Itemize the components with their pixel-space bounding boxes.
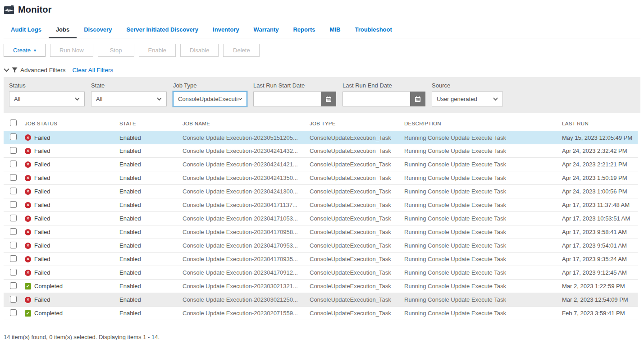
job-type-cell: ConsoleUpdateExecution_Task [310, 175, 404, 181]
items-summary: 14 item(s) found, 0 item(s) selected. Di… [4, 334, 640, 340]
table-row[interactable]: ✕ Failed Enabled Console Update Executio… [4, 144, 638, 158]
state-select[interactable]: All [91, 92, 167, 106]
column-header-description[interactable]: DESCRIPTION [404, 121, 562, 126]
collapse-chevron-down-icon[interactable] [4, 68, 9, 72]
last-run-start-date-input[interactable] [253, 92, 321, 106]
filter-label: Job Type [173, 82, 247, 89]
table-row[interactable]: ✕ Failed Enabled Console Update Executio… [4, 266, 638, 280]
job-type-cell: ConsoleUpdateExecution_Task [310, 147, 404, 154]
state-cell: Enabled [119, 161, 183, 168]
source-select[interactable]: User generated [432, 92, 503, 106]
job-type-select[interactable]: ConsoleUpdateExecution_Task [173, 92, 247, 106]
job-status-label: Completed [34, 283, 63, 289]
last-run-cell: Apr 17, 2023 10:53:51 AM [562, 215, 638, 222]
job-status-label: Failed [34, 175, 50, 181]
job-name-cell: Console Update Execution-202304170935... [183, 256, 310, 262]
tab-jobs[interactable]: Jobs [49, 22, 77, 38]
state-cell: Enabled [119, 296, 183, 303]
jobs-table-header: JOB STATUS STATE JOB NAME JOB TYPE DESCR… [4, 116, 638, 131]
advanced-filters-bar: Advanced Filters Clear All Filters [4, 67, 640, 74]
job-status-label: Completed [34, 310, 63, 317]
calendar-icon [325, 96, 332, 103]
tab-reports[interactable]: Reports [286, 22, 322, 38]
table-row[interactable]: ✕ Failed Enabled Console Update Executio… [4, 198, 638, 212]
table-row[interactable]: ✕ Failed Enabled Console Update Executio… [4, 158, 638, 171]
job-name-cell: Console Update Execution-202304170912... [183, 269, 310, 276]
job-status-cell: ✓ Completed [25, 310, 119, 317]
table-row[interactable]: ✕ Failed Enabled Console Update Executio… [4, 185, 638, 198]
table-row[interactable]: ✕ Failed Enabled Console Update Executio… [4, 225, 638, 239]
row-checkbox[interactable] [10, 296, 17, 303]
column-header-job-status[interactable]: JOB STATUS [25, 121, 119, 126]
job-name-cell: Console Update Execution-202303021321... [183, 283, 310, 289]
row-checkbox-cell [4, 269, 25, 277]
create-button[interactable]: Create▾ [4, 44, 46, 57]
job-status-label: Failed [34, 134, 50, 141]
filter-group-state: State All [91, 82, 167, 106]
page-title: Monitor [18, 5, 52, 15]
column-header-job-name[interactable]: JOB NAME [183, 121, 310, 126]
tab-server-initiated-discovery[interactable]: Server Initiated Discovery [119, 22, 206, 38]
state-cell: Enabled [119, 242, 183, 249]
tab-audit-logs[interactable]: Audit Logs [4, 22, 49, 38]
table-row[interactable]: ✓ Completed Enabled Console Update Execu… [4, 307, 638, 320]
tab-inventory[interactable]: Inventory [206, 22, 247, 38]
job-status-cell: ✕ Failed [25, 296, 119, 303]
run-now-button: Run Now [50, 44, 93, 57]
table-row[interactable]: ✓ Completed Enabled Console Update Execu… [4, 280, 638, 293]
failed-status-icon: ✕ [25, 148, 31, 154]
tab-mib[interactable]: MIB [323, 22, 348, 38]
table-row[interactable]: ✕ Failed Enabled Console Update Executio… [4, 293, 638, 307]
tab-discovery[interactable]: Discovery [77, 22, 119, 38]
row-checkbox[interactable] [10, 215, 17, 221]
row-checkbox[interactable] [10, 147, 17, 154]
row-checkbox[interactable] [10, 269, 17, 276]
table-row[interactable]: ✕ Failed Enabled Console Update Executio… [4, 212, 638, 225]
table-row[interactable]: ✕ Failed Enabled Console Update Executio… [4, 171, 638, 185]
job-name-cell: Console Update Execution-202304170953... [183, 242, 310, 249]
row-checkbox[interactable] [10, 309, 17, 316]
column-header-job-type[interactable]: JOB TYPE [310, 121, 404, 126]
row-checkbox[interactable] [10, 174, 17, 181]
filter-group-job-type: Job Type ConsoleUpdateExecution_Task [173, 82, 247, 106]
state-cell: Enabled [119, 188, 183, 195]
column-header-last-run[interactable]: LAST RUN [562, 121, 638, 126]
row-checkbox[interactable] [10, 282, 17, 289]
tab-troubleshoot[interactable]: Troubleshoot [347, 22, 399, 38]
description-cell: Running Console Update Execute Task [404, 242, 562, 249]
row-checkbox[interactable] [10, 188, 17, 194]
table-row[interactable]: ✕ Failed Enabled Console Update Executio… [4, 253, 638, 266]
table-row[interactable]: ✕ Failed Enabled Console Update Executio… [4, 131, 638, 144]
job-status-cell: ✕ Failed [25, 175, 119, 181]
filter-label: Status [9, 82, 85, 89]
last-run-cell: Apr 24, 2023 2:21:21 PM [562, 161, 638, 168]
last-run-end-date-input[interactable] [343, 92, 410, 106]
job-status-cell: ✕ Failed [25, 202, 119, 208]
calendar-button[interactable] [321, 92, 336, 106]
row-checkbox[interactable] [10, 133, 17, 140]
row-checkbox-cell [4, 296, 25, 304]
row-checkbox[interactable] [10, 201, 17, 208]
tab-warranty[interactable]: Warranty [247, 22, 286, 38]
job-type-cell: ConsoleUpdateExecution_Task [310, 134, 404, 141]
job-name-cell: Console Update Execution-202304171137... [183, 202, 310, 208]
row-checkbox-cell [4, 147, 25, 155]
job-name-cell: Console Update Execution-202302071559... [183, 310, 310, 317]
clear-all-filters-link[interactable]: Clear All Filters [73, 67, 114, 74]
calendar-button[interactable] [410, 92, 425, 106]
job-type-cell: ConsoleUpdateExecution_Task [310, 215, 404, 222]
enable-button: Enable [139, 44, 176, 57]
job-status-cell: ✕ Failed [25, 134, 119, 141]
row-checkbox[interactable] [10, 242, 17, 248]
last-run-cell: Apr 17, 2023 9:54:01 AM [562, 242, 638, 249]
select-all-checkbox-cell [4, 119, 25, 127]
select-all-checkbox[interactable] [10, 119, 17, 126]
completed-status-icon: ✓ [25, 310, 31, 317]
column-header-state[interactable]: STATE [119, 121, 183, 126]
row-checkbox[interactable] [10, 228, 17, 235]
table-row[interactable]: ✕ Failed Enabled Console Update Executio… [4, 239, 638, 253]
status-select[interactable]: All [9, 92, 85, 106]
row-checkbox[interactable] [10, 255, 17, 262]
state-cell: Enabled [119, 147, 183, 154]
row-checkbox[interactable] [10, 161, 17, 167]
